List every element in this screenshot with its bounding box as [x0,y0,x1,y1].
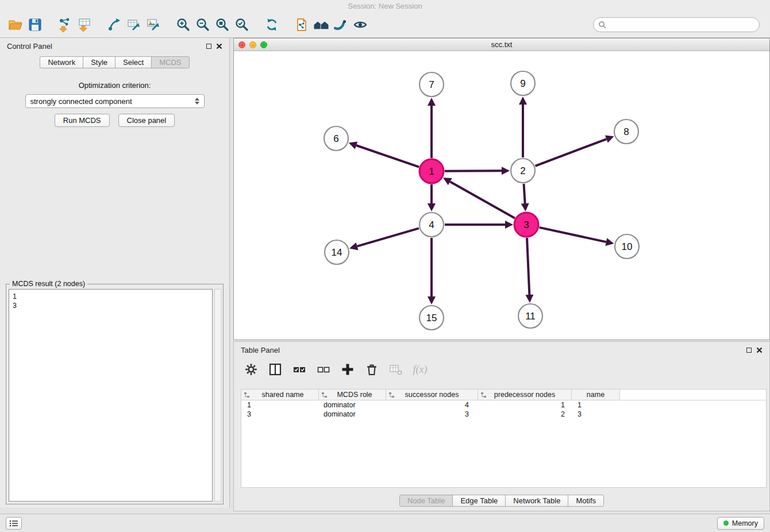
optimization-criterion-label: Optimization criterion: [0,81,229,90]
column-header-predecessor-nodes[interactable]: predecessor nodes [478,390,572,400]
graph-edge[interactable] [523,184,525,203]
float-panel-icon[interactable] [206,44,211,49]
result-line: 1 [13,292,209,301]
save-session-button[interactable] [25,14,45,35]
column-header-mcds-role[interactable]: MCDS role [319,390,386,400]
export-table-button[interactable] [124,14,144,35]
close-panel-icon[interactable] [216,43,222,49]
column-header-successor-nodes[interactable]: successor nodes [386,390,478,400]
graph-node-label: 8 [623,126,629,137]
graph-edge[interactable] [357,228,419,246]
zoom-in-button[interactable] [174,14,193,35]
zoom-fit-button[interactable] [213,14,232,35]
first-neighbors-button[interactable] [311,14,331,35]
select-stepper-icon [195,98,199,105]
result-line: 3 [13,301,209,310]
graph-edge[interactable] [445,171,502,171]
search-input[interactable] [606,20,754,29]
refresh-button[interactable] [262,14,282,35]
tab-motifs[interactable]: Motifs [568,495,604,507]
table-panel-header: Table Panel [234,342,769,358]
trash-icon [364,362,379,377]
graph-node-label: 14 [332,247,342,258]
main-toolbar [0,11,770,38]
columns-icon [268,362,283,377]
export-image-button[interactable] [144,14,163,35]
app-titlebar: Session: New Session [0,0,770,11]
graph-edge[interactable] [539,228,606,242]
show-graphics-button[interactable] [351,14,370,35]
table-settings-button[interactable] [242,360,260,379]
network-window-titlebar: scc.txt [234,38,769,51]
graph-canvas[interactable]: 7968124314101511 [234,51,769,340]
tab-select[interactable]: Select [115,56,152,68]
import-network-button[interactable] [55,14,75,35]
deselect-all-button[interactable] [314,360,333,379]
add-column-button[interactable] [338,360,357,379]
close-table-panel-icon[interactable] [756,347,763,353]
table-cell: 1 [241,400,319,410]
delete-column-button[interactable] [363,360,381,379]
zoom-selected-icon [234,17,250,33]
show-columns-button[interactable] [266,360,284,379]
deselect-all-icon [316,362,331,377]
criterion-select-value: strongly connected component [30,97,132,106]
tab-mcds[interactable]: MCDS [151,56,189,68]
mcds-result-list[interactable]: 13 [9,289,213,502]
tab-style[interactable]: Style [83,56,116,68]
minimize-window-icon[interactable] [249,41,256,48]
mcds-result-group: MCDS result (2 nodes) 13 [6,284,224,504]
table-cell: dominator [319,410,386,419]
tab-network[interactable]: Network [40,56,83,68]
memory-button[interactable]: Memory [717,517,764,530]
select-all-button[interactable] [290,360,309,379]
close-panel-button[interactable]: Close panel [118,114,175,127]
apply-style-button[interactable] [331,14,351,35]
graph-node-label: 4 [429,219,434,230]
memory-status-icon [723,521,729,526]
run-mcds-button[interactable]: Run MCDS [55,114,110,127]
sort-icon [480,392,487,398]
gear-icon [244,362,259,377]
delete-table-button [387,360,405,379]
graph-edge[interactable] [450,182,515,218]
close-window-icon[interactable] [238,41,245,48]
zoom-selected-button[interactable] [232,14,252,35]
table-row[interactable]: 3dominator323 [241,410,766,419]
function-builder-button: f(x) [411,360,429,379]
homes-icon [313,17,330,33]
criterion-select[interactable]: strongly connected component [25,94,205,108]
zoom-in-icon [175,17,191,33]
tab-node-table[interactable]: Node Table [399,495,453,507]
zoom-out-button[interactable] [193,14,213,35]
search-field[interactable] [593,17,760,32]
eye-icon [352,17,368,33]
table-row[interactable]: 1dominator411 [241,400,766,410]
table-panel-title: Table Panel [241,346,280,354]
table-cell: 3 [572,410,620,419]
clone-network-button[interactable] [292,14,311,35]
table-cell: 2 [478,410,572,419]
table-cell: dominator [319,400,386,410]
tab-network-table[interactable]: Network Table [505,495,568,507]
control-panel-title: Control Panel [7,42,52,51]
task-history-button[interactable] [6,517,22,530]
column-header-name[interactable]: name [572,390,620,400]
column-header-shared-name[interactable]: shared name [241,390,319,400]
float-table-panel-icon[interactable] [746,348,752,353]
graph-edge[interactable] [536,139,607,166]
export-network-icon [106,17,122,33]
open-session-button[interactable] [6,14,25,35]
graph-node-label: 10 [622,241,633,252]
export-network-button[interactable] [105,14,124,35]
graph-edge[interactable] [527,238,529,295]
graph-node-label: 15 [426,313,437,323]
graph-edge[interactable] [356,145,419,167]
search-icon [598,21,606,29]
table-tabs: Node Table Edge Table Network Table Moti… [234,495,769,507]
tab-edge-table[interactable]: Edge Table [452,495,506,507]
graph-node-label: 3 [523,219,529,230]
import-table-button[interactable] [75,14,94,35]
maximize-window-icon[interactable] [260,41,267,48]
result-scrollbar[interactable] [214,289,221,502]
